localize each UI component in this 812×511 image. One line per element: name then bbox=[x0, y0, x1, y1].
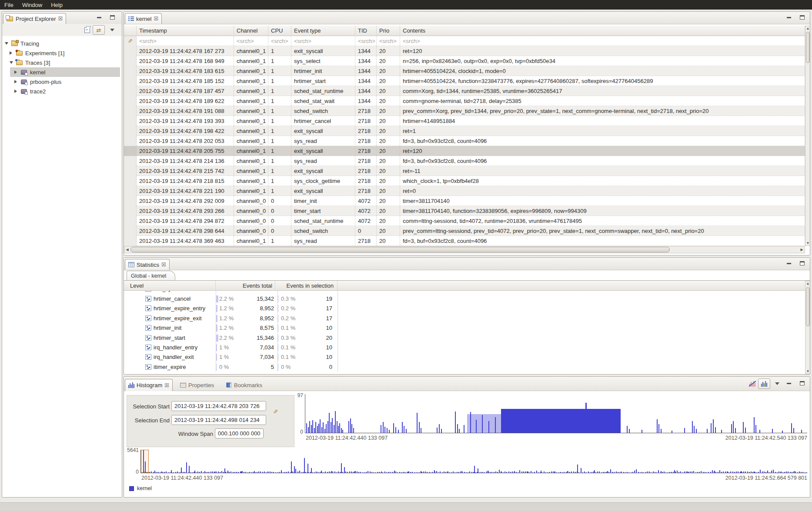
tree-item-tracing[interactable]: Tracing bbox=[2, 39, 121, 48]
event-cell-contents: hrtimer=4148951884 bbox=[400, 116, 805, 126]
event-row[interactable]: 2012-03-19 11:24:42.478 205 755channel0_… bbox=[124, 146, 805, 156]
close-icon[interactable]: ☒ bbox=[58, 16, 63, 21]
scroll-right-icon[interactable]: ▶ bbox=[799, 247, 804, 252]
event-row[interactable]: 2012-03-19 11:24:42.478 202 053channel0_… bbox=[124, 136, 805, 146]
events-vertical-scrollbar[interactable]: ▲ ▼ bbox=[805, 26, 810, 246]
selection-end-input[interactable]: 2012-03-19 11:24:42.498 014 234 bbox=[171, 415, 266, 425]
statistics-row-hrtimer-expire-entry[interactable]: hrtimer_expire_entry1.2 %8,9520.2 %17 bbox=[124, 304, 805, 313]
time-range-histogram-plot[interactable] bbox=[305, 394, 807, 433]
scroll-down-icon[interactable]: ▼ bbox=[805, 369, 810, 374]
histogram-bar bbox=[491, 472, 492, 473]
event-row[interactable]: 2012-03-19 11:24:42.478 218 815channel0_… bbox=[124, 176, 805, 186]
event-row[interactable]: 2012-03-19 11:24:42.478 298 644channel0_… bbox=[124, 226, 805, 236]
window-span-input[interactable]: 000.100 000 000 bbox=[215, 428, 264, 438]
event-cell-tid: 2718 bbox=[355, 106, 377, 116]
view-menu-button[interactable] bbox=[108, 25, 116, 35]
event-cell-channel: channel0_1 bbox=[234, 126, 268, 136]
statistics-row-hrtimer-cancel[interactable]: hrtimer_cancel2.2 %15,3420.3 %19 bbox=[124, 294, 805, 304]
tree-item-prboom-plus[interactable]: prboom-plus bbox=[2, 77, 121, 86]
close-icon[interactable]: ☒ bbox=[164, 383, 169, 388]
statistics-row-hrtimer-start[interactable]: hrtimer_start2.2 %15,3460.3 %20 bbox=[124, 333, 805, 343]
event-row[interactable]: 2012-03-19 11:24:42.478 293 266channel0_… bbox=[124, 206, 805, 216]
histogram-bar bbox=[672, 431, 672, 433]
histogram-bar bbox=[196, 472, 197, 473]
scroll-up-icon[interactable]: ▲ bbox=[805, 281, 810, 286]
window-range-marker[interactable] bbox=[141, 450, 149, 473]
statistics-row-itimer-expire[interactable]: itimer_expire0 %50 %0 bbox=[124, 362, 805, 372]
event-row[interactable]: 2012-03-19 11:24:42.478 198 422channel0_… bbox=[124, 126, 805, 136]
tab-histogram[interactable]: Histogram ☒ bbox=[125, 379, 173, 391]
scrollbar-thumb[interactable] bbox=[806, 287, 810, 326]
full-range-histogram-plot[interactable] bbox=[140, 450, 807, 473]
tab-bookmarks[interactable]: Bookmarks bbox=[223, 379, 265, 391]
event-row[interactable]: 2012-03-19 11:24:42.478 167 273channel0_… bbox=[124, 46, 805, 56]
histogram-bar bbox=[772, 429, 773, 433]
event-row[interactable]: 2012-03-19 11:24:42.478 189 622channel0_… bbox=[124, 96, 805, 106]
histogram-bar bbox=[320, 472, 321, 473]
maximize-button[interactable] bbox=[799, 381, 805, 386]
menu-item-file[interactable]: File bbox=[4, 2, 13, 8]
tree-item-label: kernel bbox=[30, 69, 45, 76]
event-row[interactable]: 2012-03-19 11:24:42.478 292 009channel0_… bbox=[124, 196, 805, 206]
scroll-left-icon[interactable]: ◀ bbox=[125, 247, 130, 252]
event-row[interactable]: 2012-03-19 11:24:42.478 214 136channel0_… bbox=[124, 156, 805, 166]
event-cell-contents: fd=3, buf=0x93cf2c8, count=4096 bbox=[400, 136, 805, 146]
event-row[interactable]: 2012-03-19 11:24:42.478 168 949channel0_… bbox=[124, 56, 805, 66]
tree-item-kernel[interactable]: kernel bbox=[2, 67, 121, 77]
menu-item-window[interactable]: Window bbox=[22, 2, 42, 8]
event-row[interactable]: 2012-03-19 11:24:42.478 191 088channel0_… bbox=[124, 106, 805, 116]
event-cell-timestamp: 2012-03-19 11:24:42.478 191 088 bbox=[137, 106, 234, 116]
histogram-bar bbox=[351, 424, 352, 433]
tree-expander-icon[interactable] bbox=[10, 61, 13, 64]
scrollbar-thumb[interactable] bbox=[130, 247, 670, 252]
histogram-bar bbox=[582, 472, 583, 473]
statistics-row-hrtimer-expire-exit[interactable]: hrtimer_expire_exit1.2 %8,9520.2 %17 bbox=[124, 314, 805, 323]
view-menu-button[interactable] bbox=[774, 380, 781, 387]
event-row[interactable]: 2012-03-19 11:24:42.478 294 872channel0_… bbox=[124, 216, 805, 226]
tree-item-experiments-1[interactable]: ✱Experiments [1] bbox=[2, 48, 121, 58]
scroll-up-icon[interactable]: ▲ bbox=[805, 26, 810, 31]
scrollbar-thumb[interactable] bbox=[806, 32, 810, 63]
event-row[interactable]: 2012-03-19 11:24:42.478 185 152channel0_… bbox=[124, 76, 805, 86]
event-type-icon bbox=[145, 364, 151, 370]
collapse-all-button[interactable] bbox=[82, 25, 92, 35]
event-row[interactable]: 2012-03-19 11:24:42.478 193 393channel0_… bbox=[124, 116, 805, 126]
tree-expander-icon[interactable] bbox=[14, 70, 17, 74]
tab-project-explorer[interactable]: Project Explorer ☒ bbox=[3, 13, 66, 24]
tab-properties[interactable]: Properties bbox=[177, 379, 217, 391]
tree-expander-icon[interactable] bbox=[14, 80, 17, 83]
selection-start-input[interactable]: 2012-03-19 11:24:42.478 203 726 bbox=[171, 401, 266, 411]
tree-item-traces-3[interactable]: Traces [3] bbox=[2, 58, 121, 67]
maximize-button[interactable] bbox=[109, 15, 115, 20]
event-cell-prio: 20 bbox=[377, 156, 400, 166]
minimize-button[interactable] bbox=[786, 381, 792, 386]
tree-item-trace2[interactable]: trace2 bbox=[2, 86, 121, 96]
event-cell-channel: channel0_1 bbox=[234, 176, 268, 186]
histogram-bar bbox=[197, 471, 198, 473]
tree-expander-icon[interactable] bbox=[14, 90, 17, 93]
events-horizontal-scrollbar[interactable]: ◀ ▶ bbox=[124, 246, 805, 253]
histogram-bar bbox=[601, 472, 602, 473]
activate-trace-coloring-button[interactable] bbox=[758, 378, 770, 389]
event-row[interactable]: 2012-03-19 11:24:42.478 221 190channel0_… bbox=[124, 186, 805, 196]
link-with-editor-button[interactable]: ⇄ bbox=[93, 25, 105, 35]
events-selection-count: 10 bbox=[305, 352, 332, 362]
scroll-down-icon[interactable]: ▼ bbox=[805, 241, 810, 246]
event-row[interactable]: 2012-03-19 11:24:42.478 187 457channel0_… bbox=[124, 86, 805, 96]
statistics-vertical-scrollbar[interactable]: ▲ ▼ bbox=[805, 281, 810, 374]
event-row[interactable]: 2012-03-19 11:24:42.478 369 463channel0_… bbox=[124, 236, 805, 246]
event-cell-timestamp: 2012-03-19 11:24:42.478 183 615 bbox=[137, 66, 234, 76]
statistics-row-exit-syscall[interactable]: exit_syscall bbox=[124, 291, 805, 294]
hide-lost-events-button[interactable] bbox=[748, 379, 757, 388]
event-row[interactable]: 2012-03-19 11:24:42.478 183 615channel0_… bbox=[124, 66, 805, 76]
statistics-row-irq-handler-exit[interactable]: irq_handler_exit1 %7,0340.1 %10 bbox=[124, 352, 805, 362]
histogram-bar bbox=[218, 471, 219, 473]
statistics-row-irq-handler-entry[interactable]: irq_handler_entry1 %7,0340.1 %10 bbox=[124, 343, 805, 352]
event-row[interactable]: 2012-03-19 11:24:42.478 215 742channel0_… bbox=[124, 166, 805, 176]
menu-item-help[interactable]: Help bbox=[51, 2, 63, 8]
minimize-button[interactable] bbox=[96, 15, 102, 20]
events-selection-count: 17 bbox=[305, 314, 332, 323]
tree-expander-icon[interactable] bbox=[10, 51, 12, 55]
statistics-row-hrtimer-init[interactable]: hrtimer_init1.2 %8,5750.1 %10 bbox=[124, 323, 805, 333]
tree-expander-icon[interactable] bbox=[5, 42, 8, 45]
